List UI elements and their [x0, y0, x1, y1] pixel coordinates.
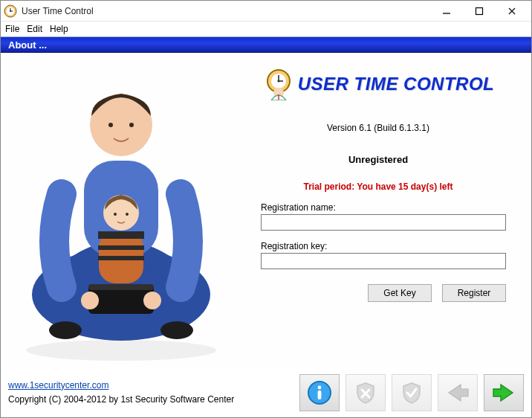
- svg-point-27: [160, 321, 193, 339]
- svg-rect-16: [98, 231, 144, 239]
- version-text: Version 6.1 (Build 6.1.3.1): [327, 123, 429, 133]
- svg-point-14: [129, 123, 134, 127]
- svg-point-24: [81, 292, 99, 309]
- reg-key-label: Registration key:: [261, 241, 506, 251]
- nav-buttons: [299, 374, 524, 411]
- svg-point-20: [114, 213, 117, 216]
- svg-point-26: [49, 321, 82, 339]
- svg-point-4: [10, 10, 11, 12]
- svg-point-25: [143, 292, 161, 309]
- registration-form: Registration name: Registration key: Get…: [261, 202, 506, 302]
- info-icon: [307, 380, 332, 405]
- window-title: User Time Control: [22, 6, 430, 16]
- reg-key-input[interactable]: [261, 253, 506, 269]
- minimize-button[interactable]: [430, 1, 463, 21]
- reg-name-input[interactable]: [261, 214, 506, 231]
- svg-point-19: [103, 195, 139, 231]
- svg-point-21: [126, 213, 129, 216]
- app-icon: [4, 4, 17, 18]
- svg-rect-23: [88, 284, 154, 290]
- title-bar: User Time Control: [1, 1, 531, 22]
- menu-edit[interactable]: Edit: [27, 24, 42, 34]
- main-area: USER TIME CONTROL Version 6.1 (Build 6.1…: [1, 53, 531, 368]
- footer-text: www.1securitycenter.com Copyright (C) 20…: [8, 379, 299, 407]
- menu-help[interactable]: Help: [50, 24, 68, 34]
- maximize-button[interactable]: [463, 1, 496, 21]
- svg-point-32: [277, 80, 279, 82]
- shield-off-button[interactable]: [346, 374, 386, 411]
- brand-title: USER TIME CONTROL: [298, 74, 495, 94]
- svg-point-13: [108, 123, 113, 127]
- brand-icon: [262, 68, 295, 100]
- section-header: About ...: [1, 36, 531, 53]
- brand: USER TIME CONTROL: [262, 68, 495, 100]
- svg-rect-6: [476, 7, 483, 14]
- menu-file[interactable]: File: [5, 24, 19, 34]
- left-pane: [1, 53, 239, 368]
- svg-rect-18: [98, 256, 144, 260]
- footer: www.1securitycenter.com Copyright (C) 20…: [1, 368, 531, 417]
- registration-status: Unregistered: [348, 154, 408, 165]
- right-pane: USER TIME CONTROL Version 6.1 (Build 6.1…: [239, 53, 531, 368]
- form-buttons: Get Key Register: [261, 284, 506, 302]
- vendor-link[interactable]: www.1securitycenter.com: [8, 380, 108, 390]
- info-button[interactable]: [299, 374, 340, 411]
- next-button[interactable]: [484, 374, 524, 411]
- arrow-right-icon: [490, 382, 517, 404]
- shield-check-icon: [400, 381, 424, 405]
- section-title: About ...: [8, 39, 47, 51]
- get-key-button[interactable]: Get Key: [368, 284, 432, 302]
- reg-name-label: Registration name:: [261, 202, 506, 213]
- svg-point-36: [318, 386, 322, 390]
- copyright-text: Copyright (C) 2004-2012 by 1st Security …: [8, 394, 234, 405]
- menu-bar: File Edit Help: [1, 22, 531, 36]
- svg-point-9: [26, 340, 216, 361]
- window-controls: [430, 1, 528, 21]
- product-photo: [10, 64, 233, 361]
- svg-rect-17: [98, 245, 144, 250]
- svg-rect-37: [318, 390, 322, 399]
- trial-status: Trial period: You have 15 day(s) left: [304, 181, 453, 192]
- back-button[interactable]: [438, 374, 478, 411]
- shield-x-icon: [354, 381, 377, 405]
- register-button[interactable]: Register: [442, 284, 506, 302]
- close-button[interactable]: [496, 1, 528, 21]
- arrow-left-icon: [444, 382, 471, 404]
- shield-on-button[interactable]: [392, 374, 432, 411]
